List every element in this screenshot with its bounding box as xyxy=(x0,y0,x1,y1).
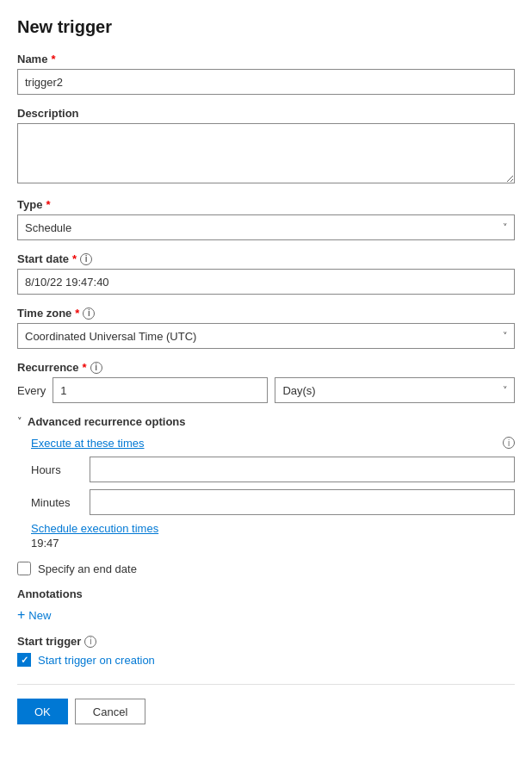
plus-icon: + xyxy=(17,607,25,623)
start-trigger-label-row: Start trigger i xyxy=(17,635,515,648)
start-date-required-star: * xyxy=(72,252,77,265)
timezone-info-icon[interactable]: i xyxy=(83,308,95,320)
footer-divider xyxy=(17,684,515,685)
execute-row: Execute at these times i xyxy=(31,437,515,450)
specify-end-label: Specify an end date xyxy=(38,562,137,575)
type-field-group: Type * Schedule Tumbling Window Event ˅ xyxy=(17,198,515,240)
annotations-title: Annotations xyxy=(17,587,515,600)
hours-input[interactable] xyxy=(90,457,515,482)
advanced-chevron-icon: ˅ xyxy=(17,416,22,427)
timezone-select[interactable]: Coordinated Universal Time (UTC) xyxy=(17,323,515,349)
minutes-row: Minutes xyxy=(31,489,515,515)
advanced-title: Advanced recurrence options xyxy=(28,415,186,428)
start-trigger-checkbox-row: ✓ Start trigger on creation xyxy=(17,653,515,667)
type-select[interactable]: Schedule Tumbling Window Event xyxy=(17,214,515,240)
schedule-time-value: 19:47 xyxy=(31,537,515,550)
name-field-group: Name * xyxy=(17,53,515,95)
description-textarea[interactable] xyxy=(17,123,515,183)
start-date-input[interactable] xyxy=(17,269,515,295)
schedule-execution-area: Schedule execution times 19:47 xyxy=(31,522,515,550)
footer-buttons: OK Cancel xyxy=(17,699,515,724)
specify-end-row: Specify an end date xyxy=(17,562,515,575)
page-title: New trigger xyxy=(17,17,515,37)
start-trigger-checkbox-label: Start trigger on creation xyxy=(38,654,155,667)
advanced-toggle[interactable]: ˅ Advanced recurrence options xyxy=(17,415,515,428)
hours-row: Hours xyxy=(31,457,515,482)
recurrence-label: Recurrence * i xyxy=(17,361,515,374)
minutes-label: Minutes xyxy=(31,496,83,509)
timezone-field-group: Time zone * i Coordinated Universal Time… xyxy=(17,307,515,349)
name-required-star: * xyxy=(51,53,55,65)
recurrence-info-icon[interactable]: i xyxy=(90,362,102,374)
start-trigger-section: Start trigger i ✓ Start trigger on creat… xyxy=(17,635,515,667)
recurrence-number-input[interactable] xyxy=(53,377,268,403)
start-trigger-info-icon[interactable]: i xyxy=(84,636,96,648)
start-trigger-title: Start trigger xyxy=(17,635,81,648)
type-select-wrapper: Schedule Tumbling Window Event ˅ xyxy=(17,214,515,240)
annotations-section: Annotations + New xyxy=(17,587,515,623)
new-annotation-label: New xyxy=(28,609,51,622)
schedule-execution-link[interactable]: Schedule execution times xyxy=(31,522,158,535)
start-date-field-group: Start date * i xyxy=(17,252,515,295)
recurrence-field-group: Recurrence * i Every Day(s) Week(s) Mont… xyxy=(17,361,515,403)
start-trigger-checkbox[interactable]: ✓ xyxy=(17,653,31,667)
specify-end-checkbox[interactable] xyxy=(17,562,31,575)
recurrence-required-star: * xyxy=(83,361,87,374)
description-field-group: Description xyxy=(17,107,515,186)
name-input[interactable] xyxy=(17,69,515,95)
execute-info-icon[interactable]: i xyxy=(503,437,515,449)
timezone-required-star: * xyxy=(75,307,79,320)
recurrence-period-wrapper: Day(s) Week(s) Month(s) Hour(s) Minute(s… xyxy=(275,377,515,403)
type-label: Type * xyxy=(17,198,515,211)
check-mark-icon: ✓ xyxy=(21,655,28,666)
hours-label: Hours xyxy=(31,463,83,476)
start-date-label: Start date * i xyxy=(17,252,515,265)
ok-button[interactable]: OK xyxy=(17,699,68,724)
execute-link[interactable]: Execute at these times xyxy=(31,437,145,450)
every-label: Every xyxy=(17,384,46,397)
timezone-label: Time zone * i xyxy=(17,307,515,320)
cancel-button[interactable]: Cancel xyxy=(75,699,145,724)
recurrence-period-select[interactable]: Day(s) Week(s) Month(s) Hour(s) Minute(s… xyxy=(275,377,515,403)
execute-title-area: Execute at these times xyxy=(31,437,145,450)
description-label: Description xyxy=(17,107,515,120)
hours-minutes-section: Hours Minutes xyxy=(31,457,515,515)
start-date-info-icon[interactable]: i xyxy=(80,253,92,265)
name-label: Name * xyxy=(17,53,515,65)
minutes-input[interactable] xyxy=(90,489,515,515)
new-annotation-button[interactable]: + New xyxy=(17,607,51,623)
type-required-star: * xyxy=(46,198,50,211)
timezone-select-wrapper: Coordinated Universal Time (UTC) ˅ xyxy=(17,323,515,349)
execute-section: Execute at these times i Hours Minutes S… xyxy=(17,437,515,550)
recurrence-row: Every Day(s) Week(s) Month(s) Hour(s) Mi… xyxy=(17,377,515,403)
advanced-recurrence-section: ˅ Advanced recurrence options Execute at… xyxy=(17,415,515,550)
